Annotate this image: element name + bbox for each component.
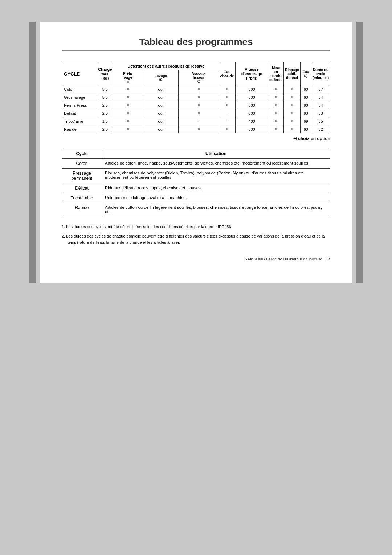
- footer-page: 17: [326, 257, 330, 261]
- table-row: Délicat 2,0 ✳ oui ✳ - 600 ✳ ✳ 63 53: [62, 109, 330, 117]
- footer-text: Guide de l'utilisateur de laveuse: [266, 257, 323, 261]
- col-cycle: CYCLE: [62, 62, 97, 85]
- util-row: Tricot/Laine Uniquement le lainage lavab…: [62, 193, 330, 203]
- page-title: Tableau des programmes: [62, 36, 330, 51]
- col-prelavage: Préla-vage☺: [113, 70, 143, 85]
- table-row: Rapide 2,0 ✳ oui ✳ ✳ 800 ✳ ✳ 60 32: [62, 125, 330, 133]
- col-vitesse: Vitesse d'essorage( rpm): [235, 62, 268, 85]
- util-row: Rapide Articles de cotton ou de lin légè…: [62, 203, 330, 216]
- utilisation-table: Cycle Utilisation Coton Articles de coto…: [62, 149, 330, 216]
- table-row: Perma Press 2,5 ✳ oui ✳ ✳ 800 ✳ ✳ 60 54: [62, 101, 330, 109]
- util-header-cycle: Cycle: [62, 149, 102, 159]
- footnote-2: 2. Les durées des cycles de chaque domic…: [62, 233, 330, 246]
- col-assoup: Assoup-lisseur①: [179, 70, 219, 85]
- footnote-1: 1. Les durées des cycles ont été détermi…: [62, 224, 330, 230]
- col-duree: Durée ducycle(minutes): [311, 62, 330, 85]
- util-header-utilisation: Utilisation: [102, 149, 330, 159]
- util-row: Coton Articles de coton, linge, nappe, s…: [62, 159, 330, 169]
- table-row: Gros lavage 5,5 ✳ oui ✳ ✳ 800 ✳ ✳ 60 64: [62, 93, 330, 101]
- col-mise: Mise enmarchedifférée: [268, 62, 283, 85]
- util-row: Délicat Rideaux délicats, robes, jupes, …: [62, 183, 330, 193]
- col-eau: Eau(l): [301, 62, 311, 85]
- table-row: Tricot/laine 1,5 ✳ oui - - 400 ✳ ✳ 69 35: [62, 117, 330, 125]
- table-row: Coton 5,5 ✳ oui ✳ ✳ 800 ✳ ✳ 60 57: [62, 85, 330, 93]
- col-lavage: Lavage①: [143, 70, 179, 85]
- col-rincage: Rinçageaddi-tionnel: [284, 62, 301, 85]
- cycle-coton: Coton: [62, 85, 97, 93]
- footnotes: 1. Les durées des cycles ont été détermi…: [62, 224, 330, 246]
- col-eau-chaude: Eauchaude: [219, 62, 236, 85]
- util-row: Pressagepermanent Blouses, chemises de p…: [62, 169, 330, 183]
- page: Tableau des programmes CYCLE Chargemax.(…: [40, 22, 352, 283]
- programs-table: CYCLE Chargemax.(kg) Détergent et d'autr…: [62, 62, 330, 133]
- col-detergent-group: Détergent et d'autres produits de lessiv…: [113, 62, 219, 70]
- option-note: ✳ choix en option: [62, 136, 330, 141]
- footer-brand: SAMSUNG: [245, 257, 265, 261]
- col-charge: Chargemax.(kg): [97, 62, 113, 85]
- page-footer: SAMSUNG Guide de l'utilisateur de laveus…: [62, 257, 330, 261]
